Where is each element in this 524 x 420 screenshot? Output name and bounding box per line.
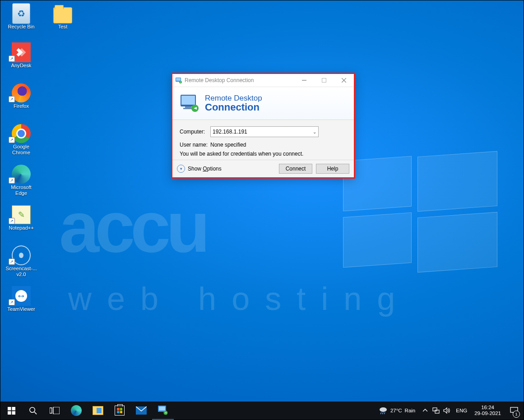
svg-rect-14	[8, 411, 11, 415]
maximize-button[interactable]	[314, 74, 334, 87]
taskbar-app-store[interactable]	[109, 402, 130, 420]
shortcut-arrow-icon: ↗	[9, 177, 15, 184]
weather-desc: Rain	[405, 408, 416, 413]
svg-line-27	[384, 412, 385, 414]
svg-rect-9	[185, 106, 191, 108]
windows-start-icon	[8, 407, 15, 415]
tray-date: 29-09-2021	[474, 411, 501, 416]
remote-desktop-dialog: Remote Desktop Connection Remote Desktop…	[171, 73, 355, 179]
username-value: None specified	[210, 142, 246, 148]
task-view-icon	[50, 407, 60, 414]
chevron-up-icon	[423, 408, 427, 413]
shortcut-arrow-icon: ↗	[9, 55, 15, 62]
desktop-icon-recycle-bin[interactable]: Recycle Bin	[4, 4, 38, 38]
search-button[interactable]	[22, 402, 44, 420]
svg-rect-1	[176, 78, 181, 81]
desktop-icon-label: Microsoft Edge	[4, 185, 38, 196]
desktop-icon-edge[interactable]: ↗ Microsoft Edge	[4, 165, 38, 199]
network-icon	[432, 407, 440, 414]
action-center-button[interactable]: 1	[505, 402, 524, 420]
minimize-button[interactable]	[294, 74, 314, 87]
tray-network-icon[interactable]	[431, 402, 441, 420]
close-button[interactable]	[334, 74, 354, 87]
taskbar-app-mail[interactable]	[130, 402, 152, 420]
svg-rect-8	[181, 96, 195, 105]
svg-rect-22	[159, 406, 165, 411]
desktop-icon-column: ↗ AnyDesk ↗ Firefox ↗ Google Chrome ↗ Mi…	[4, 43, 38, 321]
svg-rect-13	[12, 407, 15, 411]
dialog-titlebar[interactable]: Remote Desktop Connection	[172, 74, 354, 87]
taskbar: 27°C Rain ENG 16:24 29-09-2021 1	[0, 402, 524, 420]
recycle-bin-icon	[12, 3, 30, 24]
dialog-footer: ▾ Show Options Connect Help	[172, 160, 354, 177]
svg-line-17	[34, 412, 37, 414]
microsoft-store-icon	[115, 406, 125, 415]
shortcut-arrow-icon: ↗	[9, 137, 15, 143]
show-options-label: Show Options	[188, 166, 222, 172]
folder-icon	[53, 7, 72, 23]
tray-overflow-button[interactable]	[420, 402, 431, 420]
chevron-down-circle-icon: ▾	[177, 165, 185, 173]
task-view-button[interactable]	[44, 402, 65, 420]
tray-language[interactable]: ENG	[452, 408, 471, 413]
system-tray: 27°C Rain ENG 16:24 29-09-2021 1	[374, 402, 524, 420]
notification-badge: 1	[513, 411, 520, 418]
credentials-hint: You will be asked for credentials when y…	[180, 151, 347, 157]
svg-line-25	[380, 412, 381, 414]
desktop-icon-label: Test	[57, 24, 69, 30]
rdc-title-icon	[175, 77, 182, 84]
username-label: User name:	[180, 142, 210, 148]
computer-label: Computer:	[180, 129, 210, 135]
desktop-icon-label: Screencast-... v2.0	[4, 266, 38, 277]
volume-icon	[443, 407, 450, 414]
desktop-icon-notepadpp[interactable]: ↗ Notepad++	[4, 205, 38, 240]
svg-line-26	[382, 412, 383, 414]
desktop-icon-label: TeamViewer	[6, 306, 36, 312]
show-options-toggle[interactable]: ▾ Show Options	[177, 165, 222, 173]
weather-widget[interactable]: 27°C Rain	[374, 402, 420, 420]
computer-value: 192.168.1.191	[213, 129, 247, 135]
connect-button[interactable]: Connect	[279, 164, 312, 174]
desktop-icon-chrome[interactable]: ↗ Google Chrome	[4, 124, 38, 158]
search-icon	[29, 406, 37, 415]
svg-rect-19	[53, 407, 60, 414]
shortcut-arrow-icon: ↗	[9, 218, 15, 224]
svg-point-16	[29, 407, 34, 412]
desktop-icon-label: Firefox	[13, 103, 30, 109]
dialog-banner: Remote Desktop Connection	[172, 87, 354, 120]
start-button[interactable]	[0, 402, 22, 420]
desktop-icon-test-folder[interactable]: Test	[46, 4, 80, 38]
rdc-banner-icon	[179, 93, 200, 114]
windows-logo-wallpaper	[343, 154, 496, 271]
desktop-icon-row: Recycle Bin Test	[4, 4, 80, 38]
taskbar-app-explorer[interactable]	[87, 402, 109, 420]
banner-line1: Remote Desktop	[205, 94, 262, 102]
help-button[interactable]: Help	[316, 164, 349, 174]
watermark-text: accu	[59, 194, 206, 259]
shortcut-arrow-icon: ↗	[9, 96, 15, 102]
desktop-icon-firefox[interactable]: ↗ Firefox	[4, 83, 38, 118]
desktop-icon-anydesk[interactable]: ↗ AnyDesk	[4, 43, 38, 77]
taskbar-app-edge[interactable]	[65, 402, 87, 420]
tray-clock[interactable]: 16:24 29-09-2021	[471, 405, 505, 416]
shortcut-arrow-icon: ↗	[9, 299, 15, 305]
svg-rect-12	[8, 407, 11, 411]
rdc-icon	[158, 405, 168, 415]
tray-time: 16:24	[474, 405, 501, 411]
svg-rect-18	[50, 408, 52, 413]
tray-volume-icon[interactable]	[441, 402, 452, 420]
desktop-icon-screencast[interactable]: ↗ Screencast-... v2.0	[4, 246, 38, 280]
dialog-title: Remote Desktop Connection	[172, 77, 294, 84]
chevron-down-icon: ⌄	[313, 129, 316, 134]
svg-point-24	[380, 407, 387, 412]
computer-combobox[interactable]: 192.168.1.191 ⌄	[210, 126, 319, 137]
weather-icon	[379, 406, 388, 415]
weather-temp: 27°C	[390, 408, 402, 413]
svg-rect-15	[12, 411, 15, 415]
mail-icon	[136, 406, 147, 415]
desktop-icon-label: Recycle Bin	[7, 24, 35, 30]
desktop-icon-teamviewer[interactable]: ↗ TeamViewer	[4, 286, 38, 321]
taskbar-app-rdc[interactable]	[152, 401, 174, 420]
banner-line2: Connection	[205, 102, 262, 112]
watermark-subtext: web hosting	[68, 280, 410, 317]
